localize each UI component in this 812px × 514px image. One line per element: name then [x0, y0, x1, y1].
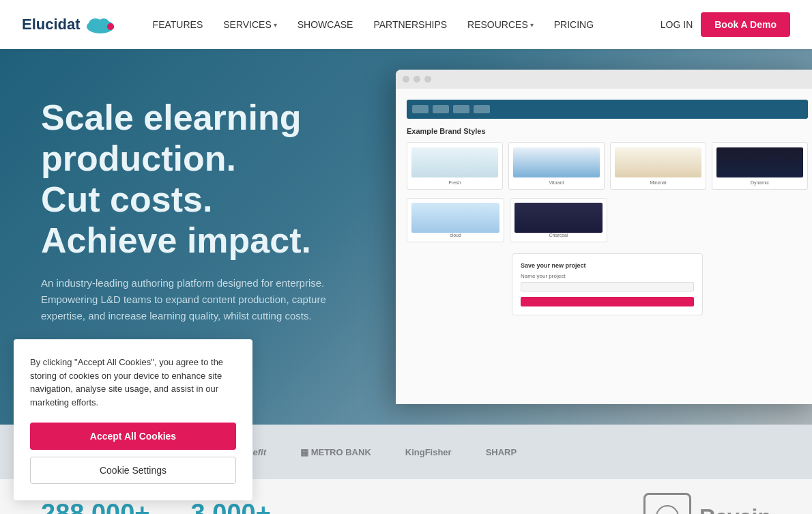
cookie-settings-button[interactable]: Cookie Settings	[30, 457, 236, 484]
revain-icon: R	[643, 493, 691, 514]
screenshot-grid: Fresh Vibrant Minimal Dynamic	[407, 142, 808, 190]
sc-nav-dot-1	[412, 105, 429, 113]
login-link[interactable]: LOG IN	[661, 19, 693, 30]
hero-content: Scale elearning production. Cut costs. A…	[41, 98, 409, 375]
sc-card-fresh: Fresh	[407, 142, 503, 190]
nav-features[interactable]: FEATURES	[145, 15, 212, 34]
nav-partnerships[interactable]: PARTNERSHIPS	[365, 15, 455, 34]
sc-label-cloud: cloud	[450, 233, 461, 238]
sc-label-minimal: Minimal	[650, 180, 666, 185]
stat-block-2: 3,000+	[191, 499, 271, 515]
chevron-down-icon-2: ▾	[530, 21, 534, 29]
accept-all-cookies-button[interactable]: Accept All Cookies	[30, 423, 236, 450]
book-demo-button[interactable]: Book A Demo	[701, 12, 790, 37]
titlebar-dot-1	[403, 76, 409, 83]
stat-number-1: 288,000+	[41, 499, 150, 515]
revain-area: R Revain	[643, 493, 771, 514]
titlebar-dot-3	[424, 76, 431, 83]
sc-dialog-btn	[521, 297, 694, 306]
nav-resources[interactable]: RESOURCES ▾	[459, 15, 542, 34]
sc-preview-dynamic	[716, 147, 803, 177]
hero-description: An industry-leading authoring platform d…	[41, 275, 368, 324]
sc-preview-cloud	[411, 203, 499, 233]
sc-label-dark: Charcoal	[549, 233, 568, 238]
screenshot-content: Example Brand Styles Fresh Vibrant Minim…	[396, 89, 812, 404]
navbar: Elucidat FEATURES SERVICES ▾ SHOWCASE PA…	[0, 0, 812, 49]
sc-card2-dark: Charcoal	[510, 198, 607, 242]
sc-preview-minimal	[615, 147, 701, 177]
sc-nav-dot-4	[474, 105, 490, 113]
sc-label-vibrant: Vibrant	[549, 180, 564, 185]
sc-dialog-label: Name your project	[521, 273, 694, 279]
revain-logo-icon: R	[654, 503, 681, 514]
screenshot-window: Example Brand Styles Fresh Vibrant Minim…	[396, 70, 812, 404]
partner-sharp: SHARP	[486, 447, 517, 457]
stat-number-2: 3,000+	[191, 499, 271, 515]
screenshot-titlebar	[396, 70, 812, 89]
screenshot-dialog: Save your new project Name your project	[512, 253, 703, 315]
logo-text: Elucidat	[22, 16, 81, 33]
cookie-text: By clicking "Accept All Cookies", you ag…	[30, 356, 236, 409]
logo[interactable]: Elucidat	[22, 14, 117, 35]
cookie-banner: By clicking "Accept All Cookies", you ag…	[14, 339, 252, 500]
sc-card-dynamic: Dynamic	[712, 142, 808, 190]
sc-card-minimal: Minimal	[610, 142, 706, 190]
titlebar-dot-2	[414, 76, 420, 83]
screenshot-heading: Example Brand Styles	[407, 127, 808, 135]
screenshot-nav	[407, 100, 808, 119]
sc-preview-vibrant	[513, 147, 600, 177]
stat-block-1: 288,000+	[41, 499, 150, 515]
hero-screenshot: Example Brand Styles Fresh Vibrant Minim…	[396, 70, 812, 404]
revain-text: Revain	[699, 504, 771, 515]
svg-point-3	[107, 23, 114, 30]
logo-icon	[83, 14, 117, 35]
sc-card-vibrant: Vibrant	[508, 142, 605, 190]
nav-services[interactable]: SERVICES ▾	[215, 15, 285, 34]
sc-preview-fresh	[411, 147, 498, 177]
sc-nav-dot-3	[453, 105, 469, 113]
sc-card2-cloud: cloud	[407, 198, 504, 242]
sc-label-fresh: Fresh	[449, 180, 461, 185]
chevron-down-icon: ▾	[274, 21, 277, 29]
nav-right: LOG IN Book A Demo	[661, 12, 790, 37]
hero-title: Scale elearning production. Cut costs. A…	[41, 98, 409, 261]
partner-metrobank: ▦ METRO BANK	[300, 447, 371, 457]
sc-dialog-input	[521, 282, 694, 291]
sc-nav-dot-2	[433, 105, 449, 113]
nav-links: FEATURES SERVICES ▾ SHOWCASE PARTNERSHIP…	[145, 15, 661, 34]
partner-kingfisher: KingFisher	[405, 447, 452, 457]
sc-preview-dark	[514, 203, 603, 233]
sc-label-dynamic: Dynamic	[751, 180, 769, 185]
nav-showcase[interactable]: SHOWCASE	[289, 15, 362, 34]
nav-pricing[interactable]: PRICING	[546, 15, 602, 34]
sc-dialog-title: Save your new project	[521, 262, 694, 269]
screenshot-grid2: cloud Charcoal	[407, 198, 607, 242]
